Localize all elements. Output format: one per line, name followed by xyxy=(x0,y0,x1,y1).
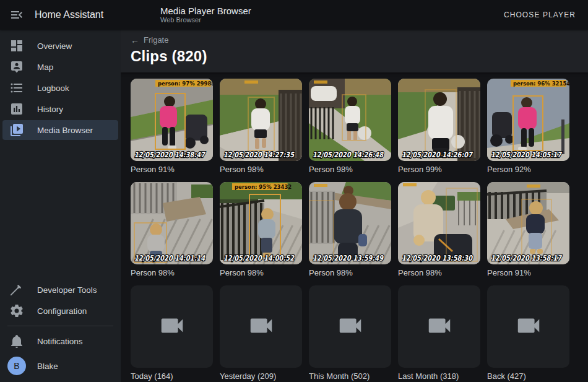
format-list-bulleted-icon xyxy=(9,80,24,95)
home-assistant-app: Home Assistant Media Player Browser Web … xyxy=(0,0,588,382)
sidebar-item-overview[interactable]: Overview xyxy=(2,36,118,56)
top-app-bar: Home Assistant Media Player Browser Web … xyxy=(0,0,588,30)
svg-text:person: 95% 23432: person: 95% 23432 xyxy=(235,184,292,190)
page-subtitle: Web Browser xyxy=(160,16,251,24)
play-box-multiple-icon xyxy=(9,123,24,137)
sidebar-divider xyxy=(7,326,113,326)
clip-card-9[interactable]: 12/05/2020 13:58:30 Person 98% xyxy=(398,182,480,277)
sidebar-item-logbook[interactable]: Logbook xyxy=(2,78,118,98)
sidebar-spacer xyxy=(0,141,121,279)
clip-thumbnail[interactable]: 12/05/2020 13:58:30 xyxy=(398,182,480,264)
clip-timestamp-overlay: 12/05/2020 14:01:14 xyxy=(134,254,205,263)
clip-timestamp-overlay: 12/05/2020 14:26:07 xyxy=(402,150,473,159)
clip-thumbnail[interactable]: person: 95% 2343212/05/2020 14:00:52 xyxy=(220,182,302,264)
sidebar-bottom-nav: Developer Tools Configuration xyxy=(0,279,121,322)
clip-timestamp-overlay: 12/05/2020 14:00:52 xyxy=(223,254,295,263)
clip-timestamp-overlay: 12/05/2020 14:38:47 xyxy=(134,150,205,159)
clip-card-3[interactable]: 12/05/2020 14:26:48 Person 98% xyxy=(309,79,391,174)
page-title-block: Media Player Browser Web Browser xyxy=(160,6,251,24)
sidebar-item-media-browser[interactable]: Media Browser xyxy=(2,120,118,140)
clip-thumbnail[interactable]: 12/05/2020 14:27:35 xyxy=(220,79,302,161)
sidebar-main-nav: Overview Map Logbook History Media Brows… xyxy=(0,35,121,141)
sidebar-item-profile[interactable]: B Blake xyxy=(2,354,118,378)
video-icon xyxy=(247,311,275,342)
folder-label: Yesterday (209) xyxy=(220,371,302,381)
menu-open-icon xyxy=(9,7,24,22)
bell-icon xyxy=(9,334,24,349)
view-dashboard-icon xyxy=(9,38,24,53)
video-icon xyxy=(425,311,454,342)
clip-card-10[interactable]: 12/05/2020 13:58:17 Person 91% xyxy=(487,182,569,277)
video-icon xyxy=(336,311,365,342)
sidebar-item-label: History xyxy=(37,105,63,114)
folder-thumbnail[interactable] xyxy=(131,285,213,368)
clip-thumbnail[interactable]: 12/05/2020 14:26:07 xyxy=(398,79,480,161)
clip-caption: Person 91% xyxy=(487,268,569,277)
sidebar-item-map[interactable]: Map xyxy=(2,57,118,77)
cog-icon xyxy=(9,303,24,318)
media-browser-content: ← Frigate Clips (820) person: 97% 299881… xyxy=(121,30,588,382)
sidebar-item-label: Configuration xyxy=(37,306,87,316)
clip-card-6[interactable]: 12/05/2020 14:01:14 Person 98% xyxy=(131,182,213,277)
folder-label: This Month (502) xyxy=(309,371,391,381)
choose-player-button[interactable]: CHOOSE PLAYER xyxy=(500,10,579,20)
clip-timestamp-overlay: 12/05/2020 13:58:30 xyxy=(402,254,473,263)
folder-card-back[interactable]: Back (427) xyxy=(487,285,569,381)
sidebar-item-configuration[interactable]: Configuration xyxy=(2,301,118,321)
sidebar-item-notifications[interactable]: Notifications xyxy=(2,331,118,351)
page-heading: Clips (820) xyxy=(131,48,578,65)
content-header: ← Frigate Clips (820) xyxy=(121,30,588,72)
sidebar-item-label: Logbook xyxy=(37,84,69,93)
media-grid: person: 97% 2998812/05/2020 14:38:47 Per… xyxy=(121,72,588,381)
svg-text:person: 96% 32154: person: 96% 32154 xyxy=(513,80,569,87)
folder-card-yesterday[interactable]: Yesterday (209) xyxy=(220,285,302,381)
clip-card-2[interactable]: 12/05/2020 14:27:35 Person 98% xyxy=(220,79,302,174)
clip-card-8[interactable]: 12/05/2020 13:59:49 Person 98% xyxy=(309,182,391,277)
clip-card-7[interactable]: person: 95% 2343212/05/2020 14:00:52 Per… xyxy=(220,182,302,277)
folder-label: Last Month (318) xyxy=(398,371,480,381)
sidebar-item-label: Developer Tools xyxy=(37,285,97,295)
clip-thumbnail[interactable]: person: 96% 3215412/05/2020 14:05:17 xyxy=(487,79,569,161)
video-icon xyxy=(158,311,186,342)
clip-timestamp-overlay: 12/05/2020 14:26:48 xyxy=(313,150,384,159)
clip-thumbnail[interactable]: 12/05/2020 13:58:17 xyxy=(487,182,569,264)
account-location-icon xyxy=(9,59,24,74)
clip-thumbnail[interactable]: 12/05/2020 14:26:48 xyxy=(309,79,391,161)
clip-caption: Person 98% xyxy=(398,268,480,277)
breadcrumb-label: Frigate xyxy=(144,35,168,45)
clip-card-5[interactable]: person: 96% 3215412/05/2020 14:05:17 Per… xyxy=(487,79,569,174)
breadcrumb-back[interactable]: ← Frigate xyxy=(131,35,168,45)
sidebar-toggle-button[interactable] xyxy=(9,7,24,22)
sidebar-item-history[interactable]: History xyxy=(2,99,118,119)
back-arrow-icon: ← xyxy=(131,36,139,45)
clip-thumbnail[interactable]: 12/05/2020 13:59:49 xyxy=(309,182,391,264)
folder-thumbnail[interactable] xyxy=(398,285,480,368)
clip-caption: Person 98% xyxy=(220,268,302,277)
avatar: B xyxy=(7,357,26,375)
folder-card-last-month[interactable]: Last Month (318) xyxy=(398,285,480,381)
clip-timestamp-overlay: 12/05/2020 13:58:17 xyxy=(491,254,562,263)
profile-name: Blake xyxy=(37,362,58,371)
folder-card-this-month[interactable]: This Month (502) xyxy=(309,285,391,381)
clip-timestamp-overlay: 12/05/2020 14:05:17 xyxy=(491,150,562,159)
chart-box-icon xyxy=(9,102,24,116)
clip-caption: Person 91% xyxy=(131,165,213,174)
hammer-icon xyxy=(9,282,24,297)
folder-thumbnail[interactable] xyxy=(220,285,302,368)
sidebar: Overview Map Logbook History Media Brows… xyxy=(0,30,121,382)
folder-card-today[interactable]: Today (164) xyxy=(131,285,213,381)
clip-card-4[interactable]: 12/05/2020 14:26:07 Person 99% xyxy=(398,79,480,174)
clip-card-1[interactable]: person: 97% 2998812/05/2020 14:38:47 Per… xyxy=(131,79,213,174)
clip-thumbnail[interactable]: 12/05/2020 14:01:14 xyxy=(131,182,213,264)
clip-thumbnail[interactable]: person: 97% 2998812/05/2020 14:38:47 xyxy=(131,79,213,161)
clip-caption: Person 98% xyxy=(220,165,302,174)
app-shell: Overview Map Logbook History Media Brows… xyxy=(0,30,588,382)
topbar-left: Home Assistant xyxy=(0,7,121,22)
folder-thumbnail[interactable] xyxy=(309,285,391,368)
svg-text:person: 97% 29988: person: 97% 29988 xyxy=(158,80,213,87)
sidebar-item-developer-tools[interactable]: Developer Tools xyxy=(2,280,118,300)
folder-thumbnail[interactable] xyxy=(487,285,569,368)
clip-timestamp-overlay: 12/05/2020 14:27:35 xyxy=(223,150,295,159)
clip-timestamp-overlay: 12/05/2020 13:59:49 xyxy=(313,254,384,263)
app-title: Home Assistant xyxy=(35,9,103,20)
